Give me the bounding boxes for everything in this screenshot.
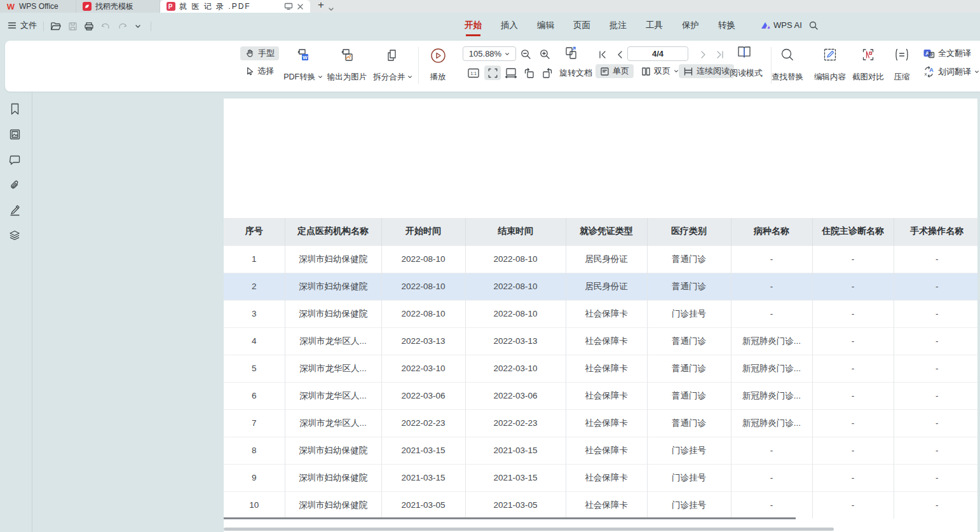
table-header-cell: 开始时间 xyxy=(381,218,465,245)
table-cell: - xyxy=(812,464,894,491)
redo-button[interactable] xyxy=(115,20,129,32)
layers-icon xyxy=(8,229,21,242)
table-header: 序号定点医药机构名称开始时间结束时间就诊凭证类型医疗类别病种名称住院主诊断名称手… xyxy=(224,218,977,245)
attachment-panel-button[interactable] xyxy=(7,177,22,193)
tab-monitor-icon[interactable] xyxy=(284,3,293,10)
table-row: 6深圳市龙华区人...2022-03-062022-03-06社会保障卡普通门诊… xyxy=(224,382,977,409)
table-cell: 深圳市妇幼保健院 xyxy=(285,491,381,519)
annotate-panel-button[interactable] xyxy=(7,202,22,217)
double-page-button[interactable]: 双页 xyxy=(637,64,683,78)
read-mode-button[interactable] xyxy=(736,44,752,59)
next-page-button[interactable] xyxy=(695,47,712,62)
svg-text:1:1: 1:1 xyxy=(470,71,477,76)
fit-page-button[interactable] xyxy=(484,65,501,80)
table-cell: 居民身份证 xyxy=(566,245,647,273)
menu-tab-5[interactable]: 批注 xyxy=(609,20,627,36)
play-icon xyxy=(430,47,447,64)
comment-panel-button[interactable] xyxy=(7,152,22,167)
fit-page-icon xyxy=(487,68,498,78)
split-merge-button[interactable]: 拆分合并 xyxy=(366,45,419,86)
zoom-dropdown-chevron-icon[interactable] xyxy=(505,51,510,57)
wps-ai-logo-icon xyxy=(760,21,770,30)
find-replace-button[interactable]: 查找替换 xyxy=(765,45,810,86)
paperclip-icon xyxy=(9,179,21,191)
page-number-input[interactable]: 4/4 xyxy=(627,46,688,61)
table-header-cell: 就诊凭证类型 xyxy=(566,218,647,245)
global-search-button[interactable] xyxy=(808,20,819,31)
menu-tab-6[interactable]: 工具 xyxy=(646,20,663,36)
table-row: 5深圳市龙华区人...2022-03-102022-03-10社会保障卡普通门诊… xyxy=(224,355,977,382)
hand-tool-button[interactable]: 手型 xyxy=(240,46,279,60)
play-button[interactable]: 播放 xyxy=(418,45,458,86)
zoom-level-input[interactable]: 105.88% xyxy=(463,46,516,61)
chevron-right-icon xyxy=(700,50,707,59)
zoom-out-icon xyxy=(520,48,531,60)
table-cell: 2022-03-06 xyxy=(381,382,465,409)
bookmark-panel-button[interactable] xyxy=(7,101,22,116)
tab-wps-office[interactable]: W WPS Office xyxy=(0,0,76,13)
rotate-left-button[interactable] xyxy=(521,65,538,80)
annotate-pen-icon xyxy=(9,204,21,216)
rotate-doc-label[interactable]: 旋转文档 xyxy=(559,67,592,79)
table-header-cell: 结束时间 xyxy=(465,218,566,245)
menu-tab-7[interactable]: 保护 xyxy=(682,20,699,36)
compress-button[interactable]: 压缩 xyxy=(884,45,920,86)
table-cell: 6 xyxy=(224,382,285,409)
zoom-out-button[interactable] xyxy=(517,46,534,61)
layers-panel-button[interactable] xyxy=(7,228,22,243)
word-translate-button[interactable]: xA 划词翻译 xyxy=(920,65,980,79)
first-page-button[interactable] xyxy=(594,47,611,62)
printer-icon xyxy=(84,22,94,31)
table-cell: 新冠肺炎门诊... xyxy=(731,327,812,355)
tab-list-chevron-icon[interactable] xyxy=(328,7,334,11)
menu-tab-8[interactable]: 转换 xyxy=(718,20,735,36)
continuous-reading-button[interactable]: 连续阅读 xyxy=(679,64,734,78)
previous-page-button[interactable] xyxy=(611,47,628,62)
zoom-in-button[interactable] xyxy=(536,46,553,61)
svg-text:A: A xyxy=(929,67,934,73)
table-cell: 门诊挂号 xyxy=(647,300,731,327)
table-cell: 社会保障卡 xyxy=(566,300,647,327)
page-organize-button[interactable] xyxy=(563,45,580,60)
fit-width-button[interactable] xyxy=(503,65,519,80)
thumbnail-panel-button[interactable] xyxy=(7,126,22,142)
select-tool-button[interactable]: 选择 xyxy=(240,64,278,78)
table-cell: 普通门诊 xyxy=(647,327,731,355)
last-page-button[interactable] xyxy=(712,47,728,62)
tab-docer-templates[interactable]: 找稻壳模板 xyxy=(76,0,160,13)
table-cell: - xyxy=(731,491,812,519)
table-cell: 深圳市龙华区人... xyxy=(285,355,381,382)
file-menu-button[interactable]: 文件 xyxy=(8,20,37,31)
undo-button[interactable] xyxy=(99,20,113,32)
horizontal-scrollbar[interactable] xyxy=(224,528,834,531)
save-button[interactable] xyxy=(65,20,79,32)
table-cell: 1 xyxy=(224,245,285,273)
table-cell: - xyxy=(894,300,977,327)
read-mode-label[interactable]: 阅读模式 xyxy=(730,67,763,79)
document-workspace: 序号定点医药机构名称开始时间结束时间就诊凭证类型医疗类别病种名称住院主诊断名称手… xyxy=(0,92,980,532)
tab-close-icon[interactable] xyxy=(297,3,304,10)
menu-tab-3[interactable]: 编辑 xyxy=(537,20,554,36)
table-cell: - xyxy=(731,245,812,273)
wps-ai-button[interactable]: WPS AI xyxy=(760,20,802,30)
comment-icon xyxy=(9,154,21,165)
single-page-button[interactable]: 单页 xyxy=(595,64,634,78)
menu-tab-4[interactable]: 页面 xyxy=(573,20,590,36)
page-indicator: 4/4 xyxy=(652,49,664,58)
menu-tab-2[interactable]: 插入 xyxy=(501,20,518,36)
full-translate-button[interactable]: A 全文翻译 xyxy=(920,46,974,60)
menu-tab-1[interactable]: 开始 xyxy=(465,20,482,36)
rotate-left-icon xyxy=(523,67,536,79)
rotate-right-icon xyxy=(541,67,554,79)
open-file-button[interactable] xyxy=(49,20,63,32)
tab-document-pdf[interactable]: P 就 医 记 录 .PDF xyxy=(160,0,310,13)
table-cell: 社会保障卡 xyxy=(566,437,647,464)
tab-label: 就 医 记 录 .PDF xyxy=(179,1,251,12)
actual-size-button[interactable]: 1:1 xyxy=(465,65,482,80)
table-cell: 深圳市妇幼保健院 xyxy=(285,273,381,300)
print-button[interactable] xyxy=(82,20,96,32)
quick-toolbar-chevron-icon[interactable] xyxy=(131,20,145,32)
table-cell: - xyxy=(812,437,894,464)
rotate-right-button[interactable] xyxy=(539,65,555,80)
new-tab-button[interactable]: + xyxy=(318,0,324,11)
